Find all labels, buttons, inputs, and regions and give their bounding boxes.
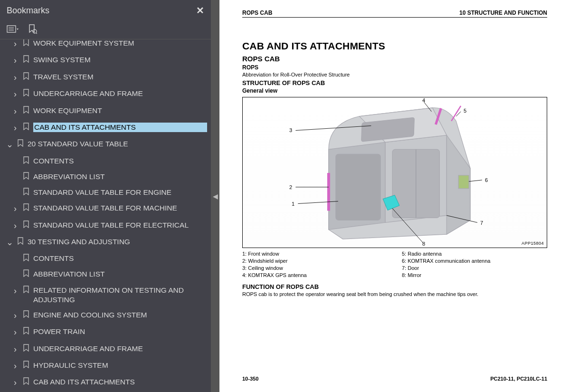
chevron-right-icon[interactable]: › — [11, 220, 19, 231]
bookmark-label: ABBREVIATION LIST — [33, 172, 207, 182]
chevron-right-icon[interactable]: › — [11, 327, 19, 338]
chevron-right-icon[interactable]: › — [11, 203, 19, 214]
chevron-right-icon[interactable]: › — [11, 106, 19, 117]
callout-4: 4 — [422, 97, 425, 103]
figure-id: APP15804 — [522, 241, 544, 246]
chevron-right-icon[interactable]: › — [11, 286, 19, 296]
bookmark-icon — [23, 310, 29, 320]
bookmark-label: ENGINE AND COOLING SYSTEM — [33, 310, 207, 320]
bookmark-label: CAB AND ITS ATTACHMENTS — [33, 377, 207, 387]
structure-heading: STRUCTURE OF ROPS CAB — [242, 79, 547, 86]
chevron-right-icon[interactable]: › — [11, 72, 19, 83]
footer-left: 10-350 — [242, 376, 258, 382]
legend-item: 6: KOMTRAX communication antenna — [402, 258, 547, 264]
chevron-right-icon[interactable]: › — [11, 361, 19, 372]
general-view-heading: General view — [242, 87, 547, 94]
legend-item: 3: Ceiling window — [242, 265, 388, 271]
close-icon[interactable]: ✕ — [196, 5, 204, 16]
bookmark-icon — [23, 188, 29, 198]
bookmark-item[interactable]: CONTENTS — [0, 153, 211, 169]
legend-col-left: 1: Front window 2: Windshield wiper 3: C… — [242, 251, 388, 279]
chevron-right-icon[interactable]: › — [11, 123, 19, 134]
bookmark-item[interactable]: ›WORK EQUIPMENT SYSTEM — [0, 39, 211, 52]
chevron-right-icon[interactable]: › — [11, 344, 19, 355]
chevron-right-icon[interactable]: › — [11, 377, 19, 388]
bookmark-item[interactable]: ›POWER TRAIN — [0, 324, 211, 341]
chevron-down-icon[interactable]: ⌄ — [6, 237, 13, 248]
bookmark-label: SWING SYSTEM — [33, 55, 207, 65]
bookmark-icon — [23, 286, 29, 296]
abbreviation-text: Abbreviation for Roll-Over Protective St… — [242, 72, 547, 77]
bookmark-icon — [23, 220, 29, 230]
bookmark-label: ABBREVIATION LIST — [33, 269, 207, 279]
callout-7: 7 — [480, 220, 483, 226]
bookmark-icon — [23, 172, 29, 182]
bookmark-icon — [23, 269, 29, 279]
bookmark-item[interactable]: ›CAB AND ITS ATTACHMENTS — [0, 374, 211, 391]
bookmark-label: UNDERCARRIAGE AND FRAME — [33, 89, 207, 98]
collapse-sidebar-button[interactable]: ◀ — [211, 0, 219, 392]
bookmark-icon — [23, 203, 29, 213]
bookmark-item[interactable]: CONTENTS — [0, 251, 211, 267]
bookmark-label: TRAVEL SYSTEM — [33, 72, 207, 82]
callout-3: 3 — [289, 127, 292, 133]
bookmark-icon — [23, 156, 29, 166]
svg-line-5 — [36, 33, 37, 34]
bookmark-item[interactable]: STANDARD VALUE TABLE FOR ENGINE — [0, 185, 211, 201]
bookmark-item[interactable]: ›STANDARD VALUE TABLE FOR MACHINE — [0, 201, 211, 217]
callout-6: 6 — [485, 177, 488, 183]
bookmarks-tree[interactable]: ›WORK EQUIPMENT SYSTEM›SWING SYSTEM›TRAV… — [0, 39, 211, 392]
bookmark-item[interactable]: ›UNDERCARRIAGE AND FRAME — [0, 341, 211, 358]
options-icon[interactable] — [7, 24, 19, 34]
callout-8: 8 — [422, 241, 425, 247]
bookmark-label: CONTENTS — [33, 156, 207, 166]
bookmark-label: STANDARD VALUE TABLE FOR ENGINE — [33, 188, 207, 197]
document-page: ROPS CAB 10 STRUCTURE AND FUNCTION CAB A… — [219, 0, 570, 392]
chevron-down-icon[interactable]: ⌄ — [6, 139, 13, 150]
bookmark-label: WORK EQUIPMENT — [33, 106, 207, 115]
bookmark-item[interactable]: ABBREVIATION LIST — [0, 169, 211, 185]
bookmark-item[interactable]: ›SWING SYSTEM — [0, 52, 211, 69]
svg-rect-11 — [327, 173, 330, 210]
callout-2: 2 — [289, 184, 292, 190]
bookmark-icon — [23, 39, 29, 48]
chevron-right-icon[interactable]: › — [11, 310, 19, 321]
callout-1: 1 — [292, 201, 294, 207]
legend-item: 7: Door — [402, 265, 547, 271]
find-bookmark-icon[interactable] — [28, 24, 37, 34]
bookmark-label: STANDARD VALUE TABLE FOR ELECTRICAL — [33, 220, 207, 230]
bookmark-item[interactable]: ›WORK EQUIPMENT — [0, 103, 211, 120]
page-footer: 10-350 PC210-11, PC210LC-11 — [242, 366, 547, 382]
bookmark-item[interactable]: ›STANDARD VALUE TABLE FOR ELECTRICAL — [0, 218, 211, 234]
bookmarks-header: Bookmarks ✕ — [0, 0, 211, 21]
bookmark-item[interactable]: ›CAB AND ITS ATTACHMENTS — [0, 120, 211, 136]
bookmark-item[interactable]: ⌄30 TESTING AND ADJUSTING — [0, 234, 211, 251]
bookmark-item[interactable]: ›ENGINE AND COOLING SYSTEM — [0, 307, 211, 324]
bookmark-item[interactable]: ›UNDERCARRIAGE AND FRAME — [0, 86, 211, 103]
chevron-left-icon: ◀ — [213, 192, 218, 200]
bookmark-icon — [23, 89, 29, 99]
chevron-right-icon[interactable]: › — [11, 39, 19, 49]
cab-illustration — [243, 97, 547, 248]
svg-line-13 — [451, 106, 461, 121]
bookmark-icon — [23, 72, 29, 82]
legend-col-right: 5: Radio antenna 6: KOMTRAX communicatio… — [402, 251, 547, 279]
figure-legend: 1: Front window 2: Windshield wiper 3: C… — [242, 251, 547, 279]
bookmark-icon — [23, 254, 29, 264]
bookmark-item[interactable]: ⌄20 STANDARD VALUE TABLE — [0, 136, 211, 153]
heading-3: ROPS — [242, 64, 547, 71]
bookmarks-panel: Bookmarks ✕ ›WORK EQUIPMENT SYSTEM›SWING… — [0, 0, 211, 392]
bookmarks-title: Bookmarks — [7, 6, 49, 16]
bookmark-label: CAB AND ITS ATTACHMENTS — [33, 123, 207, 132]
bookmark-icon — [23, 377, 29, 387]
bookmarks-toolbar — [0, 21, 211, 39]
bookmark-item[interactable]: ›RELATED INFORMATION ON TESTING AND ADJU… — [0, 283, 211, 307]
bookmark-icon — [23, 327, 29, 337]
chevron-right-icon[interactable]: › — [11, 89, 19, 100]
heading-2: ROPS CAB — [242, 55, 547, 63]
header-right: 10 STRUCTURE AND FUNCTION — [459, 10, 547, 16]
bookmark-item[interactable]: ›HYDRAULIC SYSTEM — [0, 358, 211, 374]
bookmark-item[interactable]: ›TRAVEL SYSTEM — [0, 69, 211, 86]
bookmark-item[interactable]: ABBREVIATION LIST — [0, 267, 211, 282]
chevron-right-icon[interactable]: › — [11, 55, 19, 66]
